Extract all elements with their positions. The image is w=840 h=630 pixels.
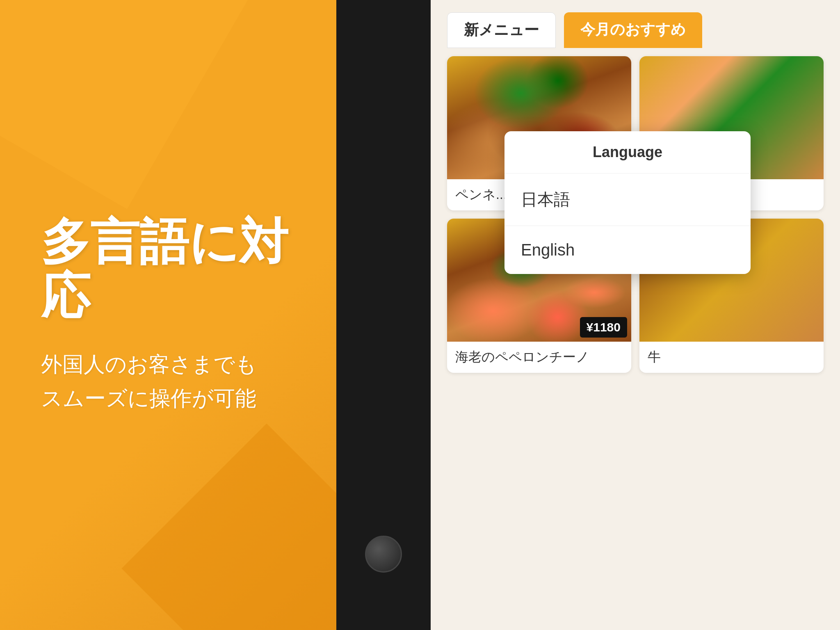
tab-monthly-recommend[interactable]: 今月のおすすめ: [564, 12, 702, 48]
tab-bar: 新メニュー 今月のおすすめ: [431, 0, 840, 48]
tab-new-menu[interactable]: 新メニュー: [447, 12, 556, 48]
right-panel: 新メニュー 今月のおすすめ ペンネ... 牛... ¥1180 海老のペペロ: [431, 0, 840, 630]
food-name-2: 海老のペペロンチーノ: [447, 342, 631, 373]
subtitle: 外国人のお客さまでも スムーズに操作が可能: [41, 347, 304, 415]
main-title: 多言語に対応: [41, 215, 304, 323]
subtitle-line1: 外国人のお客さまでも: [41, 352, 257, 376]
food-name-3: 牛: [639, 342, 824, 373]
device-frame: [336, 0, 431, 630]
language-modal: Language 日本語 English: [504, 131, 751, 274]
modal-header: Language: [504, 131, 751, 173]
left-panel: 多言語に対応 外国人のお客さまでも スムーズに操作が可能: [0, 0, 336, 630]
language-option-english[interactable]: English: [504, 226, 751, 274]
subtitle-line2: スムーズに操作が可能: [41, 386, 256, 410]
home-button[interactable]: [365, 536, 402, 573]
price-badge-0: ¥1180: [580, 317, 627, 338]
language-option-japanese[interactable]: 日本語: [504, 173, 751, 226]
